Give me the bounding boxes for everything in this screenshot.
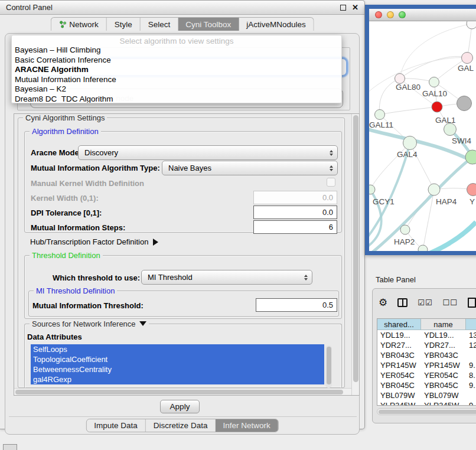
node-GAL4[interactable] (403, 136, 417, 150)
table-row[interactable]: YER054CYER054C8. (377, 370, 476, 380)
column-header[interactable] (466, 319, 476, 330)
attribute-item[interactable]: gal4RGexp (31, 374, 324, 384)
stepper-arrows-icon (304, 275, 308, 281)
table-toolbar: ⚙ ☑☑ ☐☐ (379, 297, 476, 308)
table-row[interactable]: YLR345WYLR345W9. (377, 400, 476, 406)
close-window-icon[interactable]: ✕ (352, 5, 358, 11)
node-GAL11[interactable] (375, 110, 385, 120)
node-unlabeled-gray[interactable] (457, 96, 472, 111)
node-unlabeled-salmon[interactable] (467, 184, 476, 196)
node-GCY1[interactable] (369, 185, 375, 194)
gear-icon[interactable]: ⚙ (379, 297, 387, 308)
node-HAP2[interactable] (400, 225, 410, 234)
hub-section-toggle[interactable]: Hub/Transcription Factor Definition (30, 237, 158, 246)
sources-title[interactable]: Sources for Network Inference (30, 319, 149, 328)
tab-impute-data[interactable]: Impute Data (86, 419, 145, 432)
node-GAL80[interactable] (395, 74, 405, 84)
tab-label: Network (69, 20, 99, 29)
which-threshold-combobox[interactable]: MI Threshold (141, 270, 312, 285)
algorithm-option[interactable]: ARACNE Algorithm (12, 65, 341, 75)
node-unlabeled-bottom[interactable] (418, 245, 428, 251)
tab-network[interactable]: Network (51, 18, 106, 31)
table-cell: 12 (466, 340, 476, 350)
deselect-all-icon[interactable]: ☐☐ (443, 298, 458, 307)
settings-vscrollbar[interactable] (351, 114, 359, 395)
node-label-GAL4: GAL4 (397, 150, 418, 159)
select-all-icon[interactable]: ☑☑ (418, 298, 432, 307)
table-hscrollbar[interactable] (377, 408, 476, 415)
manual-kernel-checkbox[interactable] (327, 178, 335, 187)
column-header[interactable]: shared... (377, 319, 421, 330)
node-label-GCY1: GCY1 (373, 197, 395, 206)
tab-label: Impute Data (94, 421, 138, 430)
dpi-tolerance-value: 0.0 (322, 208, 333, 217)
tab-discretize-data[interactable]: Discretize Data (145, 419, 216, 432)
tab-jactivemnodules[interactable]: jActiveMNodules (239, 18, 314, 31)
table-cell: YBR045C (377, 380, 421, 390)
apply-button[interactable]: Apply (160, 400, 200, 413)
table-cell: YBR043C (377, 350, 421, 360)
table-row[interactable]: YBR045CYBR045C9. (377, 380, 476, 390)
table-row[interactable]: YPR145WYPR145W9. (377, 360, 476, 370)
node-GAL1-red[interactable] (432, 102, 442, 112)
algorithm-option[interactable]: Basic Correlation Inference (12, 56, 341, 66)
control-panel-window: Control Panel ✕ Network Style Select Cyn… (0, 0, 365, 429)
attribute-item[interactable]: TopologicalCoefficient (31, 354, 324, 364)
algorithm-dropdown-popup: Select algorithm to view settings Bayesi… (11, 35, 342, 103)
float-window-icon[interactable] (340, 5, 346, 11)
algorithm-placeholder: Select algorithm to view settings (12, 35, 341, 45)
tab-select[interactable]: Select (140, 18, 178, 31)
node-unlabeled-pink[interactable] (462, 53, 473, 64)
column-header[interactable]: name (421, 319, 466, 330)
data-attributes-list[interactable]: SelfLoopsTopologicalCoefficientBetweenne… (31, 344, 324, 390)
table-header-row: shared...name (377, 319, 476, 330)
bottom-separator (9, 416, 357, 417)
network-canvas[interactable]: GALGAL80GAL10GAL1GAL11SWI4GAL4GCY1HAP4YH… (369, 21, 476, 251)
cyni-algorithm-settings-title: Cyni Algorithm Settings (23, 113, 107, 122)
split-columns-icon[interactable] (397, 298, 407, 307)
zoom-traffic-light-icon[interactable] (399, 11, 406, 18)
stepper-arrows-icon (330, 150, 333, 156)
table-row[interactable]: YBR043CYBR043C (377, 350, 476, 360)
tab-infer-network[interactable]: Infer Network (215, 419, 278, 432)
tab-cyni-toolbox[interactable]: Cyni Toolbox (178, 18, 239, 31)
table-cell: 9. (466, 380, 476, 390)
bottom-tab-strip: Impute Data Discretize Data Infer Networ… (86, 419, 278, 432)
mi-type-combobox[interactable]: Naive Bayes (162, 161, 338, 175)
attribute-item[interactable]: BetweennessCentrality (31, 364, 324, 374)
table-body: YDL19...YDL19...13YDR27...YDR27...12YBR0… (377, 330, 476, 406)
node-unlabeled-top[interactable] (467, 21, 476, 29)
tab-style[interactable]: Style (106, 18, 140, 31)
mi-steps-field[interactable]: 6 (253, 220, 337, 234)
table-cell: YPR145W (377, 360, 421, 370)
minimized-panel-icon[interactable] (3, 444, 17, 450)
aracne-mode-value: Discovery (84, 148, 118, 157)
dpi-tolerance-field[interactable]: 0.0 (253, 206, 337, 219)
table-row[interactable]: YDR27...YDR27...12 (377, 340, 476, 350)
mi-threshold-field[interactable]: 0.5 (256, 298, 337, 312)
table-row[interactable]: YBL079WYBL079W (377, 390, 476, 400)
mi-type-value: Naive Bayes (168, 164, 211, 172)
file-icon[interactable] (468, 298, 476, 308)
attributes-scrollbar[interactable] (325, 345, 332, 388)
tab-label: Discretize Data (154, 421, 208, 430)
algorithm-option[interactable]: Dream8 DC_TDC Algorithm (12, 94, 341, 104)
mi-steps-value: 6 (329, 223, 333, 231)
node-label-Y: Y (470, 197, 475, 206)
algorithm-option[interactable]: Bayesian – K2 (12, 84, 341, 94)
expanded-arrow-icon (139, 321, 146, 326)
table-cell: YDR27... (421, 340, 466, 350)
node-GAL1[interactable] (444, 123, 457, 136)
node-GAL10[interactable] (429, 77, 439, 87)
algorithm-option[interactable]: Mutual Information Inference (12, 75, 341, 85)
table-row[interactable]: YDL19...YDL19...13 (377, 330, 476, 340)
kernel-width-field[interactable]: 0.0 (253, 191, 337, 204)
aracne-mode-combobox[interactable]: Discovery (78, 145, 338, 160)
algorithm-option[interactable]: Bayesian – Hill Climbing (12, 45, 341, 56)
minimize-traffic-light-icon[interactable] (387, 11, 394, 18)
node-HAP4[interactable] (428, 184, 440, 195)
table-cell: YLR345W (421, 400, 466, 406)
attribute-item[interactable]: SelfLoops (31, 344, 324, 354)
close-traffic-light-icon[interactable] (375, 11, 382, 18)
settings-hscrollbar[interactable] (14, 388, 353, 395)
